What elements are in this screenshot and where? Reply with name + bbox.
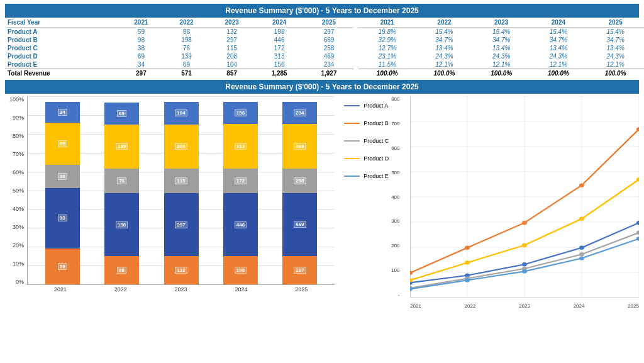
bar-value-label: 198: [116, 221, 128, 228]
cell-value: 208: [209, 52, 255, 60]
bar-segment: 132: [164, 256, 199, 284]
line-y-label: 400: [391, 194, 399, 200]
legend-line: [344, 140, 360, 142]
bar-value-label: 172: [235, 177, 247, 184]
line-dot: [522, 221, 527, 225]
line-dot: [579, 217, 584, 221]
y-axis-labels: 100% 90% 80% 70% 60% 50% 40% 30% 20% 10%…: [5, 96, 26, 285]
bar-segment: 297: [164, 193, 199, 257]
line-dot: [465, 260, 470, 264]
legend-label: Product A: [364, 103, 388, 109]
x-axis-label: 2022: [91, 286, 151, 293]
bar-column: 881987613969: [104, 102, 139, 284]
line-dot: [579, 246, 584, 250]
legend-line: [344, 105, 360, 106]
bar-value-label: 297: [294, 267, 306, 274]
pct-value: 12.1%: [530, 60, 587, 69]
line-dot: [522, 269, 527, 273]
line-dot: [579, 256, 584, 260]
pct-col-2023: 2023: [473, 18, 530, 28]
bar-value-label: 208: [175, 143, 187, 150]
legend-label: Product C: [364, 138, 389, 144]
pct-col-2025: 2025: [587, 18, 644, 28]
cell-value: 59: [118, 28, 164, 36]
pct-value: 24.3%: [473, 52, 530, 60]
pct-value: 100.0%: [530, 69, 587, 78]
grid-line: [28, 96, 335, 97]
cell-value: 198: [164, 36, 209, 44]
cell-value: 669: [304, 36, 354, 44]
table-wrapper: Fiscal Year 2021 2022 2023 2024 2025 Pro…: [5, 18, 639, 77]
bar-segment: 139: [104, 125, 139, 169]
pct-col-2022: 2022: [416, 18, 473, 28]
line-chart-graph: [410, 96, 639, 298]
cell-value: 313: [255, 52, 304, 60]
cell-value: 69: [164, 60, 209, 69]
pct-col-2024: 2024: [530, 18, 587, 28]
pct-value: 100.0%: [473, 69, 530, 78]
line-y-label: 200: [391, 243, 399, 249]
legend-label: Product D: [364, 155, 389, 162]
pct-value: 32.9%: [358, 36, 416, 44]
pct-value: 100.0%: [587, 69, 644, 78]
bar-segment: 69: [45, 123, 80, 165]
bar-stack: 881987613969: [104, 102, 139, 284]
cell-value: 198: [255, 28, 304, 36]
line-y-label: 600: [391, 145, 399, 151]
bar-segment: 69: [104, 103, 139, 125]
charts-container: 100% 90% 80% 70% 60% 50% 40% 30% 20% 10%…: [5, 96, 639, 310]
chart-title: Revenue Summary ($'000) - 5 Years to Dec…: [5, 80, 639, 94]
bar-segment: 156: [223, 102, 258, 124]
table-section: Revenue Summary ($'000) - 5 Years to Dec…: [0, 0, 644, 80]
line-y-label: 100: [391, 267, 399, 273]
legend-label: Product B: [364, 120, 389, 126]
pct-value: 34.7%: [416, 36, 473, 44]
cell-value: 297: [118, 69, 164, 78]
bar-value-label: 313: [235, 143, 247, 150]
bar-value-label: 234: [294, 109, 306, 116]
col-2024: 2024: [255, 18, 304, 28]
line-x-label: 2023: [519, 303, 530, 309]
legend-line: [344, 158, 360, 159]
x-axis-label: 2024: [211, 286, 271, 293]
bar-chart-inner: 5998386934881987613969132297115208104198…: [27, 96, 335, 285]
bar-segment: 59: [45, 249, 80, 284]
bar-segment: 258: [282, 169, 317, 193]
cell-value: 156: [255, 60, 304, 69]
legend-item: Product E: [344, 173, 389, 179]
row-label: Product C: [5, 44, 118, 52]
line-chart-area: Product AProduct BProduct CProduct DProd…: [335, 96, 639, 310]
bar-value-label: 669: [294, 221, 306, 228]
legend-area: Product AProduct BProduct CProduct DProd…: [344, 103, 389, 179]
line-y-label: 700: [391, 121, 399, 126]
bar-segment: 234: [282, 102, 317, 124]
cell-value: 76: [164, 44, 209, 52]
pct-value: 15.4%: [587, 28, 644, 36]
bar-segment: 98: [45, 188, 80, 248]
legend-line: [344, 123, 360, 124]
cell-value: 258: [304, 44, 354, 52]
pct-value: 15.4%: [530, 28, 587, 36]
line-x-label: 2024: [574, 303, 585, 309]
pct-value: 13.4%: [473, 44, 530, 52]
bar-value-label: 88: [117, 267, 126, 274]
pct-value: 12.1%: [587, 60, 644, 69]
bar-segment: 198: [223, 256, 258, 284]
bar-column: 297669258469234: [282, 102, 317, 284]
bar-value-label: 297: [175, 221, 187, 228]
line-dot: [522, 243, 527, 247]
bar-stack: 198446172313156: [223, 102, 258, 284]
bar-chart-area: 100% 90% 80% 70% 60% 50% 40% 30% 20% 10%…: [5, 96, 335, 310]
bar-segment: 172: [223, 169, 258, 193]
bar-value-label: 34: [58, 109, 67, 116]
cell-value: 115: [209, 44, 255, 52]
line-y-label: 800: [391, 96, 399, 102]
pct-value: 100.0%: [358, 69, 416, 78]
bar-value-label: 139: [116, 143, 128, 150]
cell-value: 1,927: [304, 69, 354, 78]
col-fiscal-year: Fiscal Year: [5, 18, 118, 28]
line-y-label: 300: [391, 218, 399, 224]
pct-value: 15.4%: [473, 28, 530, 36]
line-dot: [465, 278, 470, 282]
cell-value: 88: [164, 28, 209, 36]
